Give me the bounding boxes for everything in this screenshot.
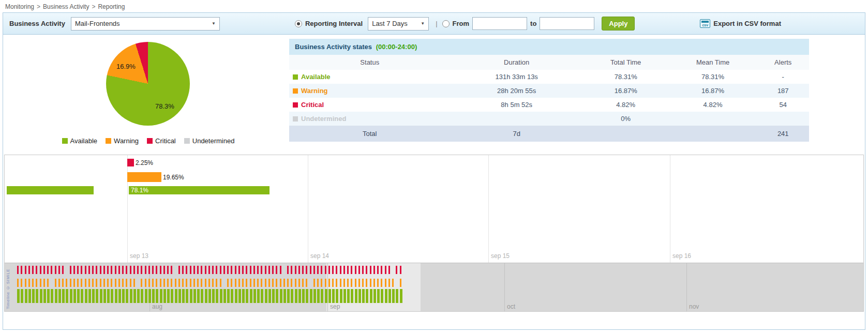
overview-tick-available: [313, 289, 316, 303]
overview-tick-available: [370, 289, 372, 303]
status-cell: Critical: [289, 98, 451, 112]
day-label: sep 16: [672, 252, 691, 260]
overview-tick-available: [17, 289, 20, 303]
overview-tick-critical: [51, 266, 52, 274]
from-date-input[interactable]: [472, 17, 527, 30]
overview-tick-available: [85, 289, 87, 303]
timeline-bar-warning[interactable]: [127, 172, 161, 182]
overview-tick-available: [25, 289, 27, 303]
overview-tick-critical: [231, 266, 232, 274]
overview-tick-available: [223, 289, 226, 303]
timeline-bar-available[interactable]: [129, 186, 270, 194]
overview-tick-critical: [141, 266, 142, 274]
overview-tick-critical: [193, 266, 195, 274]
states-table-panel: Business Activity states (00:00-24:00) S…: [289, 39, 809, 150]
overview-tick-critical: [332, 266, 334, 274]
timeline-bar-available-left[interactable]: [7, 186, 94, 194]
apply-button[interactable]: Apply: [602, 17, 635, 31]
timeline-bar-value: 78.1%: [131, 187, 148, 193]
table-header-row: Status Duration Total Time Mean Time Ale…: [289, 55, 809, 70]
overview-tick-critical: [317, 266, 319, 274]
overview-tick-available: [212, 289, 215, 303]
overview-tick-warning: [152, 279, 154, 287]
legend-item-undetermined: Undetermined: [184, 137, 235, 145]
status-label: Critical: [301, 101, 324, 109]
overview-tick-available: [291, 289, 293, 303]
overview-tick-warning: [295, 279, 296, 287]
overview-tick-critical: [47, 266, 49, 274]
overview-tick-critical: [306, 266, 307, 274]
states-table: Status Duration Total Time Mean Time Ale…: [289, 55, 809, 142]
overview-tick-warning: [178, 279, 180, 287]
reporting-interval-radio[interactable]: [295, 20, 302, 27]
overview-tick-critical: [201, 266, 202, 274]
chevron-down-icon: ▼: [421, 21, 425, 26]
reporting-interval-select[interactable]: Last 7 Days ▼: [368, 17, 429, 31]
total-time-cell: 0%: [583, 112, 669, 126]
overview-tick-available: [227, 289, 230, 303]
breadcrumb-monitoring[interactable]: Monitoring: [5, 3, 34, 10]
overview-tick-available: [272, 289, 275, 303]
overview-tick-warning: [182, 279, 184, 287]
overview-tick-warning: [107, 279, 109, 287]
timeline-bar-critical[interactable]: [127, 159, 134, 166]
timeline-overview-band[interactable]: augsepoctnov: [5, 263, 863, 312]
overview-tick-warning: [347, 279, 349, 287]
overview-tick-available: [373, 289, 376, 303]
pie-value-label: 78.3%: [155, 102, 174, 110]
breadcrumb-business-activity[interactable]: Business Activity: [43, 3, 89, 10]
overview-tick-available: [302, 289, 305, 303]
overview-tick-available: [388, 289, 391, 303]
pie-legend: AvailableWarningCriticalUndetermined: [7, 137, 289, 145]
to-date-input[interactable]: [540, 17, 594, 30]
overview-tick-warning: [231, 279, 232, 287]
overview-tick-available: [340, 289, 342, 303]
overview-tick-warning: [111, 279, 112, 287]
overview-tick-available: [261, 289, 263, 303]
bottom-spacer: [3, 312, 865, 329]
overview-tick-critical: [21, 266, 22, 274]
breadcrumb-reporting[interactable]: Reporting: [98, 3, 125, 10]
overview-tick-critical: [208, 266, 210, 274]
reporting-interval-label: Reporting Interval: [305, 20, 363, 27]
status-color-icon: [293, 88, 298, 94]
overview-tick-warning: [17, 279, 19, 287]
from-label: From: [453, 20, 470, 27]
column-header-status: Status: [289, 55, 451, 70]
overview-tick-warning: [242, 279, 244, 287]
day-gridline: [670, 155, 670, 263]
overview-tick-critical: [343, 266, 345, 274]
overview-tick-available: [130, 289, 132, 303]
overview-tick-available: [336, 289, 338, 303]
overview-tick-available: [190, 289, 192, 303]
overview-tick-available: [66, 289, 68, 303]
overview-tick-critical: [70, 266, 71, 274]
overview-tick-critical: [246, 266, 247, 274]
overview-tick-critical: [212, 266, 214, 274]
custom-period-radio[interactable]: [442, 20, 450, 27]
overview-tick-warning: [43, 279, 45, 287]
overview-tick-available: [250, 289, 252, 303]
business-activity-select[interactable]: Mail-Frontends ▼: [71, 17, 220, 31]
overview-tick-critical: [227, 266, 229, 274]
overview-tick-warning: [92, 279, 94, 287]
timeline-main-band[interactable]: sep 13sep 14sep 15sep 162.25%19.65%78.1%: [5, 155, 863, 263]
overview-tick-available: [392, 289, 395, 303]
overview-tick-critical: [276, 266, 277, 274]
overview-tick-critical: [377, 266, 379, 274]
overview-tick-critical: [362, 266, 364, 274]
overview-tick-available: [310, 289, 312, 303]
overview-tick-available: [317, 289, 320, 303]
overview-tick-available: [126, 289, 128, 303]
overview-tick-warning: [268, 279, 270, 287]
overview-tick-warning: [66, 279, 67, 287]
export-csv-link[interactable]: csv Export in CSV format: [700, 19, 781, 28]
overview-tick-available: [201, 289, 203, 303]
overview-tick-critical: [190, 266, 191, 274]
month-label: nov: [689, 303, 699, 310]
overview-tick-available: [40, 289, 42, 303]
overview-tick-warning: [81, 279, 82, 287]
overview-tick-available: [122, 289, 125, 303]
overview-tick-warning: [167, 279, 169, 287]
total-time-cell: 16.87%: [583, 84, 669, 98]
